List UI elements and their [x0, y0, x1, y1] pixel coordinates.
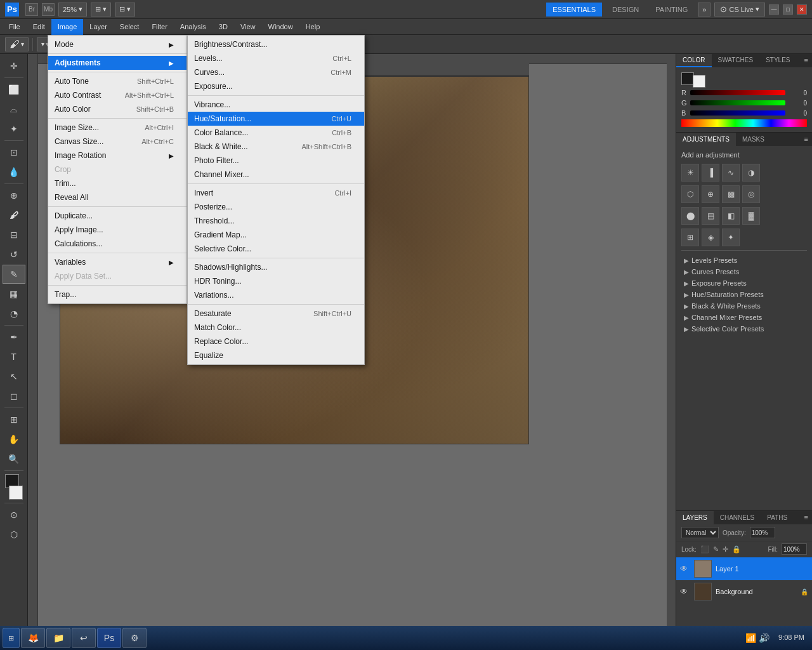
menu-invert[interactable]: Invert Ctrl+I: [188, 186, 364, 200]
menu-photo-filter[interactable]: Photo Filter...: [188, 154, 364, 168]
tool-history-brush[interactable]: ↺: [3, 245, 25, 264]
lock-transparency-icon[interactable]: ⬛: [700, 545, 709, 554]
bridge-button[interactable]: Br: [25, 3, 38, 16]
sound-icon[interactable]: 🔊: [759, 633, 769, 643]
menu-image[interactable]: Image: [51, 19, 84, 35]
menu-trap[interactable]: Trap...: [48, 288, 187, 302]
menu-canvas-size[interactable]: Canvas Size... Alt+Ctrl+C: [48, 135, 187, 149]
taskbar-firefox[interactable]: 🦊: [21, 628, 45, 648]
close-button[interactable]: ✕: [797, 4, 807, 15]
tool-zoom[interactable]: 🔍: [3, 449, 25, 468]
preset-bw[interactable]: ▶ Black & White Presets: [681, 300, 807, 312]
cs-live[interactable]: ⊙ CS Live ▾: [714, 3, 765, 17]
preset-selective-color[interactable]: ▶ Selective Color Presets: [681, 323, 807, 335]
tool-eraser[interactable]: ✎: [3, 265, 25, 284]
adj-icon-color-balance[interactable]: ⊕: [702, 185, 719, 203]
menu-hue-saturation[interactable]: Hue/Saturation... Ctrl+U: [188, 112, 364, 126]
tool-pen[interactable]: ✒: [3, 328, 25, 347]
menu-auto-contrast[interactable]: Auto Contrast Alt+Shift+Ctrl+L: [48, 88, 187, 102]
tab-adjustments[interactable]: ADJUSTMENTS: [676, 133, 736, 146]
more-workspaces[interactable]: »: [698, 3, 710, 17]
network-icon[interactable]: 📶: [745, 633, 756, 643]
lock-all-icon[interactable]: 🔒: [732, 545, 741, 554]
menu-desaturate[interactable]: Desaturate Shift+Ctrl+U: [188, 307, 364, 321]
menu-brightness-contrast[interactable]: Brightness/Contrast...: [188, 37, 364, 51]
menu-select[interactable]: Select: [114, 19, 146, 35]
menu-trim[interactable]: Trim...: [48, 176, 187, 190]
blue-slider[interactable]: [690, 110, 785, 116]
menu-variables[interactable]: Variables ▶: [48, 255, 187, 269]
maximize-button[interactable]: □: [783, 4, 793, 15]
adj-icon-channel-mixer[interactable]: ⊞: [681, 229, 699, 246]
layer-visibility-icon[interactable]: 👁: [680, 564, 690, 573]
adj-icon-curves[interactable]: ∿: [722, 164, 740, 182]
arrange-btn[interactable]: ⊟ ▾: [115, 3, 135, 17]
lock-paint-icon[interactable]: ✎: [713, 545, 719, 554]
tool-marquee[interactable]: ⬜: [3, 80, 25, 99]
tool-move[interactable]: ✛: [3, 56, 25, 76]
menu-edit[interactable]: Edit: [27, 19, 51, 35]
background-color[interactable]: [9, 486, 23, 500]
fill-input[interactable]: [782, 543, 807, 555]
menu-window[interactable]: Window: [262, 19, 299, 35]
menu-image-size[interactable]: Image Size... Alt+Ctrl+I: [48, 121, 187, 135]
tool-eyedropper[interactable]: 💧: [3, 162, 25, 182]
adj-icon-exposure[interactable]: ◑: [742, 164, 760, 182]
tool-screen[interactable]: ⬡: [3, 525, 25, 544]
adj-icon-threshold[interactable]: ◧: [722, 207, 740, 225]
tab-styles[interactable]: STYLES: [759, 54, 796, 67]
tool-path-select[interactable]: ↖: [3, 367, 25, 386]
minimize-button[interactable]: —: [769, 4, 779, 15]
preset-exposure[interactable]: ▶ Exposure Presets: [681, 277, 807, 289]
red-slider[interactable]: [690, 90, 785, 95]
layer-row-layer1[interactable]: 👁 Layer 1: [676, 557, 812, 580]
menu-levels[interactable]: Levels... Ctrl+L: [188, 51, 364, 65]
menu-color-balance[interactable]: Color Balance... Ctrl+B: [188, 126, 364, 140]
preset-channel-mixer[interactable]: ▶ Channel Mixer Presets: [681, 312, 807, 323]
menu-channel-mixer[interactable]: Channel Mixer...: [188, 168, 364, 182]
menu-selective-color[interactable]: Selective Color...: [188, 242, 364, 256]
tool-dodge[interactable]: ◔: [3, 304, 25, 323]
menu-exposure[interactable]: Exposure...: [188, 79, 364, 93]
tab-paths[interactable]: PATHS: [761, 511, 794, 524]
menu-hdr-toning[interactable]: HDR Toning...: [188, 274, 364, 288]
tab-masks[interactable]: MASKS: [736, 133, 771, 146]
adj-icon-hue-sat[interactable]: ⬡: [681, 185, 699, 203]
foreground-swatch[interactable]: [681, 72, 694, 85]
menu-replace-color[interactable]: Replace Color...: [188, 335, 364, 348]
essentials-btn[interactable]: ESSENTIALS: [546, 3, 602, 17]
menu-vibrance[interactable]: Vibrance...: [188, 98, 364, 112]
tool-lasso[interactable]: ⌓: [3, 100, 25, 119]
menu-duplicate[interactable]: Duplicate...: [48, 209, 187, 223]
adj-icon-vib[interactable]: ✦: [722, 229, 740, 246]
adj-icon-invert[interactable]: ⬤: [681, 207, 699, 225]
menu-file[interactable]: File: [3, 19, 27, 35]
tool-brush[interactable]: 🖌: [3, 206, 25, 225]
tool-mode[interactable]: ⊙: [3, 505, 25, 524]
color-panel-menu[interactable]: ≡: [801, 54, 812, 67]
menu-shadows-highlights[interactable]: Shadows/Highlights...: [188, 260, 364, 274]
layer-row-background[interactable]: 👁 Background 🔒: [676, 580, 812, 603]
design-btn[interactable]: DESIGN: [606, 3, 645, 17]
layer-visibility-icon[interactable]: 👁: [680, 587, 690, 596]
tab-layers[interactable]: LAYERS: [676, 511, 714, 524]
adj-icon-posterize[interactable]: ▤: [702, 207, 719, 225]
preset-curves[interactable]: ▶ Curves Presets: [681, 266, 807, 277]
layers-panel-menu[interactable]: ≡: [801, 511, 812, 524]
menu-apply-data-set[interactable]: Apply Data Set...: [48, 269, 187, 283]
canvas-vscroll[interactable]: [667, 54, 676, 641]
menu-curves[interactable]: Curves... Ctrl+M: [188, 65, 364, 79]
adj-icon-bw[interactable]: ▩: [722, 185, 740, 203]
menu-variations[interactable]: Variations...: [188, 288, 364, 302]
menu-auto-tone[interactable]: Auto Tone Shift+Ctrl+L: [48, 74, 187, 88]
menu-mode[interactable]: Mode ▶: [48, 37, 187, 51]
menu-layer[interactable]: Layer: [83, 19, 114, 35]
menu-crop[interactable]: Crop: [48, 162, 187, 176]
tab-color[interactable]: COLOR: [676, 54, 712, 67]
menu-match-color[interactable]: Match Color...: [188, 321, 364, 335]
taskbar-arrow[interactable]: ↩: [72, 628, 96, 648]
adj-icon-levels[interactable]: ▐: [702, 164, 719, 182]
taskbar-folder[interactable]: 📁: [46, 628, 70, 648]
adj-icon-gradient-map[interactable]: ▓: [742, 207, 760, 225]
tab-swatches[interactable]: SWATCHES: [712, 54, 760, 67]
